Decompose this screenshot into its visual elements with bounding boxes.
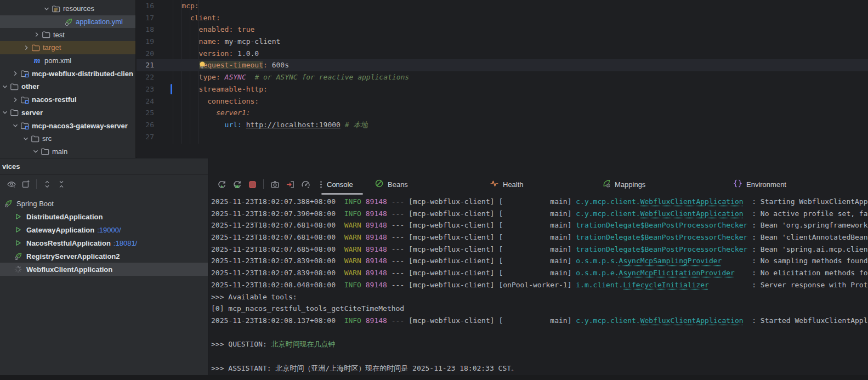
services-tool-window: vices Spring Boot DistributedApplication… (0, 158, 868, 375)
tab-label: Health (503, 180, 524, 189)
chevron-right-icon[interactable] (21, 43, 31, 52)
run-triangle-icon (13, 212, 23, 221)
yaml-editor[interactable]: 16 mcp:17 client:18 enabled: true19 name… (137, 0, 868, 158)
tree-item-server[interactable]: server (0, 106, 135, 120)
editor-line[interactable]: 20 version: 1.0.0 (137, 48, 868, 60)
editor-lines[interactable]: 16 mcp:17 client:18 enabled: true19 name… (137, 0, 868, 143)
console-output[interactable]: 2025-11-23T18:02:07.388+08:00 INFO 89148… (209, 195, 868, 374)
tree-item-label: application.yml (76, 18, 123, 26)
service-item-registry-server[interactable]: RegistryServerApplication2 (0, 249, 208, 263)
service-port-link[interactable]: :19000/ (97, 226, 121, 234)
line-number: 21 (137, 59, 162, 71)
editor-line[interactable]: 27 (137, 131, 868, 143)
project-tree-panel[interactable]: resources application.yml test target m … (0, 0, 136, 158)
service-item-gateway[interactable]: GatewayApplication :19000/ (0, 223, 208, 236)
editor-line[interactable]: 18 enabled: true (137, 24, 868, 36)
console-line[interactable]: 2025-11-23T18:02:07.685+08:00 WARN 89148… (211, 243, 868, 256)
tree-item-resources[interactable]: resources (0, 2, 135, 15)
console-line[interactable]: 2025-11-23T18:02:07.681+08:00 WARN 89148… (211, 219, 868, 231)
editor-line[interactable]: 21 request-timeout: 600s (137, 59, 868, 71)
editor-line[interactable]: 17 client: (137, 12, 868, 24)
editor-line[interactable]: 24 connections: (137, 95, 868, 107)
tab-console[interactable]: Console (327, 176, 353, 192)
tree-item-nacos-restful[interactable]: nacos-restful (0, 93, 135, 106)
console-line[interactable]: 2025-11-23T18:02:07.390+08:00 INFO 89148… (211, 208, 868, 220)
line-number: 17 (137, 12, 162, 24)
tab-environment[interactable]: Environment (733, 176, 786, 192)
mappings-icon (602, 179, 611, 190)
module-folder-icon (20, 69, 29, 78)
line-number: 20 (137, 48, 162, 60)
intention-bulb-icon[interactable] (198, 61, 206, 71)
service-item-distributed[interactable]: DistributedApplication (0, 210, 208, 223)
tree-item-src[interactable]: src (0, 132, 135, 145)
tree-item-target[interactable]: target (0, 41, 135, 54)
vcs-change-marker[interactable] (171, 84, 172, 94)
chevron-down-icon[interactable] (42, 4, 51, 13)
tree-item-label: test (53, 31, 65, 39)
editor-line[interactable]: 19 name: my-mcp-client (137, 36, 868, 48)
more-kebab-icon[interactable] (313, 177, 328, 191)
chevron-right-icon[interactable] (32, 30, 41, 39)
services-panel[interactable]: vices Spring Boot DistributedApplication… (0, 158, 208, 375)
chevron-down-icon[interactable] (0, 108, 9, 117)
service-root-spring-boot[interactable]: Spring Boot (0, 197, 208, 210)
chevron-down-icon[interactable] (0, 82, 9, 91)
tree-item-label: mcp-webflux-distributed-clien (32, 70, 133, 78)
open-in-new-tab-icon[interactable] (19, 178, 33, 191)
editor-line[interactable]: 26 url: http://localhost:19000 # 本地 (137, 119, 868, 131)
tree-item-main[interactable]: main (0, 145, 135, 158)
console-line[interactable]: >>> QUESTION: 北京时间现在几点钟 (211, 338, 868, 350)
console-line[interactable]: [0] mcp_nacos_restful_tools_getCiteTimeM… (211, 303, 868, 315)
console-line[interactable]: 2025-11-23T18:02:07.839+08:00 WARN 89148… (211, 267, 868, 279)
chevron-right-icon[interactable] (10, 69, 20, 78)
run-console-panel[interactable]: Console Beans Health Mappings Environmen… (209, 158, 868, 375)
eye-icon[interactable] (4, 178, 19, 191)
chevron-down-icon[interactable] (10, 121, 20, 130)
console-line[interactable]: 2025-11-23T18:02:08.048+08:00 INFO 89148… (211, 279, 868, 291)
spring-boot-icon (13, 252, 23, 260)
chevron-right-icon[interactable] (10, 95, 20, 104)
expand-all-icon[interactable] (40, 178, 54, 191)
rerun-debug-icon[interactable] (229, 177, 245, 191)
run-triangle-icon (13, 225, 23, 234)
tab-mappings[interactable]: Mappings (602, 176, 645, 192)
tree-item-mcp-nacos3-gateway-server[interactable]: mcp-nacos3-gateway-server (0, 119, 135, 132)
collapse-all-icon[interactable] (54, 178, 69, 191)
chevron-down-icon[interactable] (31, 147, 40, 156)
console-line[interactable] (211, 350, 868, 362)
console-line[interactable]: >>> ASSISTANT: 北京时间（亚洲/上海时区）现在的时间是 2025-… (211, 362, 868, 375)
tab-health[interactable]: Health (490, 176, 524, 192)
editor-line[interactable]: 25 server1: (137, 107, 868, 119)
console-line[interactable]: 2025-11-23T18:02:07.681+08:00 WARN 89148… (211, 231, 868, 243)
service-item-label: RegistryServerApplication2 (26, 252, 120, 260)
gauge-icon[interactable] (298, 177, 313, 191)
editor-line[interactable]: 16 mcp: (137, 0, 868, 12)
service-item-nacos-restful[interactable]: NacosRestfulApplication :18081/ (0, 236, 208, 249)
tree-item-pom-xml[interactable]: m pom.xml (0, 54, 135, 67)
line-number: 23 (137, 83, 162, 95)
editor-line[interactable]: 23 streamable-http: (137, 83, 868, 95)
console-line[interactable]: 2025-11-23T18:02:07.839+08:00 WARN 89148… (211, 255, 868, 267)
tree-item-mcp-webflux-distributed-client[interactable]: mcp-webflux-distributed-clien (0, 67, 135, 80)
service-item-webflux-client[interactable]: WebfluxClientApplication (0, 263, 208, 276)
console-line[interactable]: >>> Available tools: (211, 291, 868, 303)
console-line[interactable]: 2025-11-23T18:02:08.137+08:00 INFO 89148… (211, 315, 868, 327)
line-number: 19 (137, 36, 162, 48)
thread-dump-camera-icon[interactable] (267, 177, 282, 191)
chevron-down-icon[interactable] (21, 134, 30, 143)
tree-item-test[interactable]: test (0, 28, 135, 41)
detach-icon[interactable] (282, 177, 298, 191)
folder-icon (9, 108, 19, 117)
tree-item-other[interactable]: other (0, 80, 135, 93)
console-line[interactable]: 2025-11-23T18:02:07.388+08:00 INFO 89148… (211, 196, 868, 208)
stop-icon[interactable] (245, 177, 260, 191)
rerun-icon[interactable] (214, 177, 229, 191)
console-line[interactable] (211, 327, 868, 339)
service-port-link[interactable]: :18081/ (114, 239, 137, 247)
tree-item-label: nacos-restful (32, 95, 77, 104)
tree-item-application-yml[interactable]: application.yml (0, 15, 135, 29)
tree-item-label: server (21, 109, 43, 117)
editor-line[interactable]: 22 type: ASYNC # or ASYNC for reactive a… (137, 71, 868, 83)
tab-beans[interactable]: Beans (375, 176, 408, 192)
